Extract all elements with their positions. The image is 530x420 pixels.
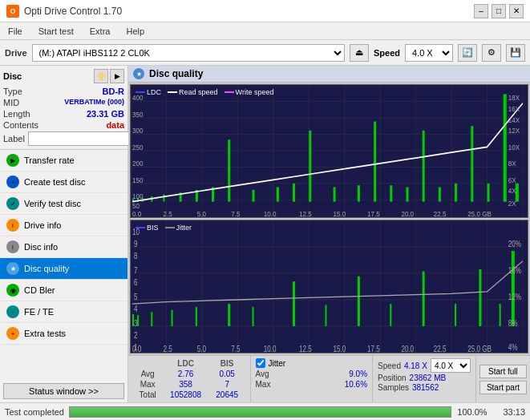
svg-rect-42 [487,184,489,202]
nav-item-transfer-rate[interactable]: ▶ Transfer rate [0,150,127,172]
speed-select[interactable]: 4.0 X [405,44,453,62]
svg-text:6X: 6X [508,176,516,184]
disc-contents-value: data [106,120,124,130]
speed-dropdown[interactable]: 4.0 X [431,358,471,373]
svg-rect-94 [228,304,230,326]
disc-mid-row: MID VERBATIMe (000) [3,98,124,107]
nav-item-extra-tests[interactable]: + Extra tests [0,323,127,345]
legend-color-bis [136,227,145,228]
nav-item-fe-te[interactable]: ~ FE / TE [0,301,127,323]
svg-text:18X: 18X [508,94,520,103]
drive-label: Drive [5,48,27,58]
svg-rect-31 [293,184,295,202]
svg-text:7.5: 7.5 [231,345,240,353]
legend-jitter: Jitter [165,224,192,232]
svg-rect-97 [325,305,326,326]
nav-icon-drive-info: i [6,219,19,232]
svg-rect-38 [423,131,425,202]
nav-label-drive-info: Drive info [24,220,61,230]
maximize-button[interactable]: □ [492,4,506,18]
menu-file[interactable]: File [3,25,27,38]
close-button[interactable]: ✕ [509,4,524,18]
disc-icon-1[interactable]: 📀 [94,69,108,83]
nav-item-cd-bler[interactable]: ◉ CD Bler [0,280,127,301]
svg-text:350: 350 [132,110,144,119]
nav-label-create-test-disc: Create test disc [24,177,85,187]
legend-color-jitter [165,227,175,228]
status-window-button[interactable]: Status window >> [3,383,124,399]
legend-label-write: Write speed [236,88,274,96]
eject-button[interactable]: ⏏ [350,44,369,62]
svg-text:16%: 16% [508,266,521,275]
svg-rect-73 [131,220,528,353]
nav-item-create-test-disc[interactable]: + Create test disc [0,172,127,193]
position-label: Position [378,374,407,382]
nav-item-disc-info[interactable]: i Disc info [0,236,127,258]
start-part-button[interactable]: Start part [479,381,527,394]
disc-icons: 📀 ▶ [94,69,124,83]
svg-rect-99 [390,304,391,326]
svg-text:3: 3 [134,319,137,328]
jitter-max-label: Max [256,380,271,389]
nav-label-transfer-rate: Transfer rate [24,155,75,165]
chart-bis: BIS Jitter [130,220,528,353]
stats-avg-bis: 0.05 [209,369,245,379]
svg-rect-40 [455,184,457,202]
jitter-avg-label: Avg [256,370,269,378]
legend-write: Write speed [225,88,274,96]
stats-max-ldc: 358 [162,379,209,390]
progress-label: Test completed [5,407,64,417]
disc-type-value: BD-R [103,87,125,96]
disc-type-row: Type BD-R [3,87,124,96]
speed-current-value: 4.18 X [404,361,427,370]
stats-ldc-header: LDC [162,358,209,369]
chart-ldc: LDC Read speed Write speed [130,84,528,218]
svg-rect-32 [309,131,311,202]
svg-rect-41 [471,126,473,201]
svg-text:17.5: 17.5 [367,209,380,217]
app-icon: O [6,5,19,18]
svg-rect-36 [390,185,392,201]
position-row: Position 23862 MB [378,374,471,382]
disc-icon-2[interactable]: ▶ [110,69,124,83]
stats-total-bis: 20645 [209,390,245,400]
disc-length-label: Length [3,109,30,119]
menu-help[interactable]: Help [121,25,149,38]
settings-button[interactable]: ⚙ [482,44,501,62]
stats-jitter: Jitter Avg 9.0% Max 10.6% [251,356,374,402]
menu-start-test[interactable]: Start test [34,25,79,38]
nav-items: ▶ Transfer rate + Create test disc ✓ Ver… [0,150,127,380]
svg-text:20%: 20% [508,240,521,248]
disc-length-row: Length 23.31 GB [3,109,124,119]
nav-label-cd-bler: CD Bler [24,285,55,295]
jitter-checkbox[interactable] [256,358,265,368]
title-bar: O Opti Drive Control 1.70 – □ ✕ [0,0,530,22]
nav-item-drive-info[interactable]: i Drive info [0,215,127,236]
svg-text:25.0 GB: 25.0 GB [467,345,492,353]
save-button[interactable]: 💾 [506,44,525,62]
svg-rect-35 [374,122,376,202]
drive-select[interactable]: (M:) ATAPI iHBS112 2 CL0K [32,44,345,62]
app-title: Opti Drive Control 1.70 [24,6,122,17]
svg-text:2X: 2X [508,200,516,208]
svg-rect-39 [439,187,441,201]
svg-rect-103 [500,304,501,326]
svg-rect-91 [151,312,152,326]
svg-rect-96 [293,281,295,326]
nav-icon-fe-te: ~ [6,305,19,318]
svg-rect-43 [504,94,507,201]
svg-text:50: 50 [132,201,140,210]
svg-text:15.0: 15.0 [334,209,346,217]
nav-item-verify-test-disc[interactable]: ✓ Verify test disc [0,193,127,215]
minimize-button[interactable]: – [474,4,488,18]
nav-item-disc-quality[interactable]: ★ Disc quality [0,258,127,280]
legend-label-ldc: LDC [147,88,161,96]
refresh-button[interactable]: 🔄 [458,44,477,62]
svg-text:4%: 4% [508,344,518,353]
chart-bis-svg: 10 9 8 7 6 5 4 3 2 1 20% 16% 12% 8% 4% [131,220,528,353]
svg-text:8%: 8% [508,319,518,328]
start-full-button[interactable]: Start full [479,365,527,378]
disc-quality-icon: ★ [133,68,144,79]
svg-text:20.0: 20.0 [401,209,414,217]
menu-extra[interactable]: Extra [85,25,115,38]
